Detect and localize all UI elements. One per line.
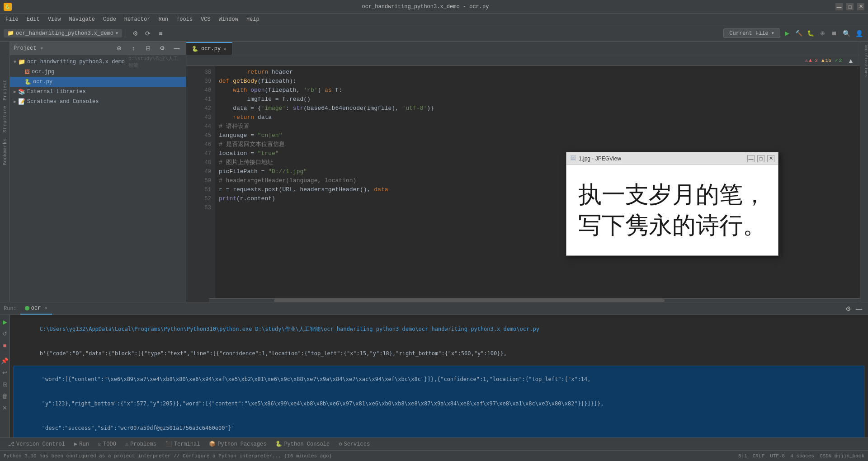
- tab-ocr-py[interactable]: 🐍 ocr.py ✕: [186, 42, 232, 55]
- tab-run-bottom[interactable]: ▶ Run: [70, 438, 94, 450]
- line-numbers: 38 39 40 41 42 43 44 45 46 47 48 49 50 5…: [193, 66, 215, 302]
- root-path: D:\study\作业\人工智能: [128, 55, 182, 69]
- stop-button[interactable]: ⏹: [829, 28, 839, 38]
- minimize-button[interactable]: —: [835, 3, 843, 10]
- menu-edit[interactable]: Edit: [23, 15, 43, 24]
- menu-help[interactable]: Help: [243, 15, 263, 24]
- jpeg-content: 执一支岁月的笔， 写下隽永的诗行。: [566, 165, 778, 255]
- sidebar-bookmarks[interactable]: Bookmarks: [1, 136, 9, 167]
- build-button[interactable]: 🔨: [794, 28, 804, 38]
- tab-terminal[interactable]: ⬛ Terminal: [161, 438, 205, 450]
- copy-button[interactable]: ⎘: [0, 379, 10, 389]
- collapse-button[interactable]: ≡: [155, 28, 166, 39]
- project-collapse-all[interactable]: ⊟: [142, 43, 153, 54]
- output-command-text: C:\Users\yg132\AppData\Local\Programs\Py…: [40, 326, 539, 332]
- clear-button[interactable]: 🗑: [0, 391, 10, 401]
- menu-file[interactable]: File: [2, 15, 22, 24]
- search-button[interactable]: 🔍: [841, 28, 852, 39]
- menu-view[interactable]: View: [44, 15, 65, 24]
- code-line-38: return header: [219, 68, 856, 77]
- tab-problems[interactable]: ⚠ Problems: [121, 438, 161, 450]
- code-line-43: return data: [219, 113, 856, 122]
- tree-scratches[interactable]: ▶ 📝 Scratches and Consoles: [10, 97, 186, 107]
- file-py-name: ocr.py: [33, 79, 52, 85]
- bottom-panel: Run: ocr ✕ ⚙ — ▶ ↺ ■ 📌 ↩ ⎘ 🗑 ✕ C:\Users\…: [0, 302, 868, 437]
- debug-button[interactable]: 🐛: [806, 28, 816, 38]
- line-separator[interactable]: CRLF: [753, 453, 764, 459]
- run-output[interactable]: C:\Users\yg132\AppData\Local\Programs\Py…: [10, 315, 868, 437]
- settings-button[interactable]: ⚙: [130, 28, 141, 39]
- wrap-button[interactable]: ↩: [0, 367, 10, 377]
- menu-vcs[interactable]: VCS: [197, 15, 214, 24]
- bottom-minimize-button[interactable]: —: [854, 303, 864, 314]
- window-controls: — □ ✕: [835, 3, 864, 10]
- jpeg-popup-titlebar: 🖼 1.jpg - JPEGView — □ ✕: [566, 152, 778, 165]
- project-folder-icon: 📁: [7, 30, 14, 37]
- tree-root[interactable]: ▼ 📁 ocr_handwriting_python3.x_demo D:\st…: [10, 57, 186, 67]
- python-packages-label: Python Packages: [217, 441, 266, 447]
- services-icon: ⚙: [339, 441, 342, 447]
- cursor-position[interactable]: 5:1: [738, 453, 747, 459]
- run-tab-icon: [25, 306, 29, 310]
- user-button[interactable]: 👤: [854, 28, 864, 39]
- indent[interactable]: 4 spaces: [790, 453, 814, 459]
- tab-version-control[interactable]: ⎇ Version Control: [4, 438, 70, 450]
- run-tab-close[interactable]: ✕: [44, 305, 47, 311]
- editor-content[interactable]: 38 39 40 41 42 43 44 45 46 47 48 49 50 5…: [186, 66, 860, 302]
- trash-button[interactable]: ✕: [0, 403, 10, 413]
- problems-label: Problems: [130, 441, 156, 447]
- line-num-44: 44: [193, 122, 211, 131]
- editor-tab-bar: 🐍 ocr.py ✕: [186, 42, 860, 55]
- menu-run[interactable]: Run: [155, 15, 172, 24]
- menu-window[interactable]: Window: [215, 15, 242, 24]
- output-line-1: b'{"code":"0","data":{"block":[{"type":"…: [14, 341, 864, 366]
- line-num-38: 38: [193, 68, 211, 77]
- project-selector[interactable]: 📁 ocr_handwriting_python3.x_demo ▾: [4, 29, 122, 38]
- jpeg-minimize-button[interactable]: —: [747, 155, 755, 162]
- menu-code[interactable]: Code: [99, 15, 120, 24]
- menu-refactor[interactable]: Refactor: [121, 15, 154, 24]
- menu-tools[interactable]: Tools: [173, 15, 196, 24]
- sidebar-structure[interactable]: Structure: [1, 104, 9, 134]
- sync-button[interactable]: ⟳: [142, 28, 153, 39]
- project-settings[interactable]: ⚙: [157, 43, 168, 54]
- tab-python-packages[interactable]: 📦 Python Packages: [204, 438, 271, 450]
- output-highlight-block: "word":[{"content":"\xe6\x89\xa7\xe4\xb8…: [14, 366, 864, 437]
- bottom-settings-button[interactable]: ⚙: [843, 303, 854, 314]
- tab-services[interactable]: ⚙ Services: [334, 438, 374, 450]
- root-arrow: ▼: [14, 60, 16, 65]
- run-stop-button[interactable]: ■: [0, 340, 10, 350]
- run-button[interactable]: ▶: [782, 28, 792, 38]
- current-file-dropdown-icon: ▾: [771, 30, 774, 37]
- terminal-icon: ⬛: [165, 441, 172, 447]
- notifications-label[interactable]: Notifications: [860, 42, 868, 77]
- tab-todo[interactable]: ☑ TODO: [94, 438, 121, 450]
- maximize-button[interactable]: □: [846, 3, 854, 10]
- project-sort-button[interactable]: ↕: [128, 43, 139, 54]
- jpeg-maximize-button[interactable]: □: [757, 155, 764, 162]
- left-sidebar: Project Structure Bookmarks: [0, 42, 10, 302]
- encoding[interactable]: UTF-8: [770, 453, 785, 459]
- expand-warnings[interactable]: ▲: [845, 55, 856, 66]
- tab-python-console[interactable]: 🐍 Python Console: [271, 438, 334, 450]
- coverage-button[interactable]: ⊕: [817, 28, 827, 38]
- sidebar-project[interactable]: Project: [1, 78, 9, 102]
- project-close[interactable]: —: [171, 43, 182, 54]
- project-dropdown-arrow: ▾: [40, 45, 43, 52]
- scrollbar-thumb-h[interactable]: [274, 299, 665, 302]
- project-panel: Project ▾ ⊕ ↕ ⊟ ⚙ — ▼ 📁 ocr_handwriting_…: [10, 42, 186, 302]
- tree-item-py[interactable]: 🐍 ocr.py: [10, 77, 186, 87]
- jpeg-close-button[interactable]: ✕: [767, 155, 774, 162]
- close-button[interactable]: ✕: [857, 3, 864, 10]
- tree-external[interactable]: ▶ 📚 External Libraries: [10, 87, 186, 97]
- project-nav-button[interactable]: ⊕: [113, 43, 124, 54]
- bottom-tab-run[interactable]: ocr ✕: [20, 303, 52, 315]
- tab-close-icon[interactable]: ✕: [223, 46, 226, 52]
- run-play-button[interactable]: ▶: [0, 317, 10, 327]
- run-rerun-button[interactable]: ↺: [0, 329, 10, 339]
- pin-button[interactable]: 📌: [0, 356, 10, 366]
- run-bottom-label: Run: [79, 441, 89, 447]
- menu-navigate[interactable]: Navigate: [65, 15, 99, 24]
- editor-scrollbar-h[interactable]: [209, 298, 860, 302]
- current-file-selector[interactable]: Current File ▾: [723, 28, 780, 38]
